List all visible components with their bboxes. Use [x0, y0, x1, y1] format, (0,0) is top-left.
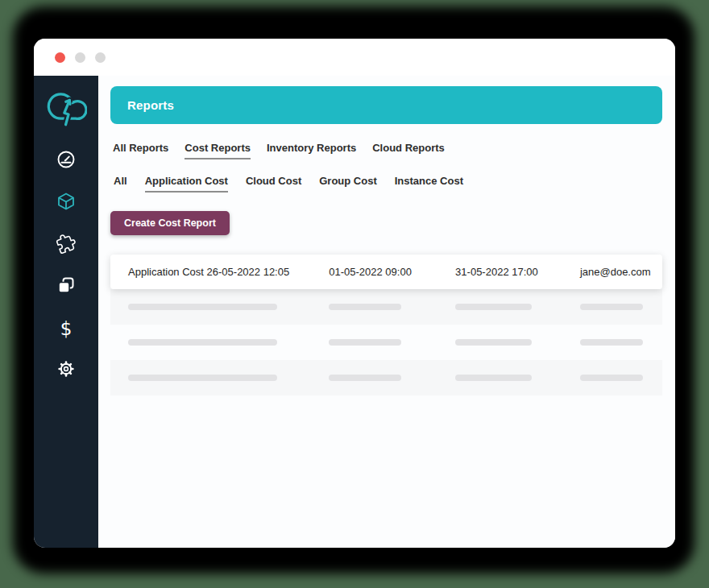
main-content: Reports All Reports Cost Reports Invento… — [98, 76, 675, 548]
skeleton-bar — [128, 304, 277, 310]
subtab-instance-cost[interactable]: Instance Cost — [395, 175, 463, 193]
cloud-lightning-logo[interactable] — [45, 85, 87, 127]
tab-cloud-reports[interactable]: Cloud Reports — [372, 142, 445, 159]
reports-table: Application Cost 26-05-2022 12:05 01-05-… — [110, 255, 662, 395]
sidebar-item-settings[interactable] — [55, 359, 77, 382]
puzzle-icon — [56, 233, 77, 257]
skeleton-bar — [455, 304, 532, 310]
dashboard-gauge-icon — [56, 149, 77, 173]
page-title: Reports — [127, 98, 174, 112]
skeleton-bar — [580, 375, 643, 381]
subtab-all[interactable]: All — [114, 175, 127, 193]
skeleton-row — [110, 325, 662, 360]
skeleton-row — [110, 360, 662, 395]
report-row[interactable]: Application Cost 26-05-2022 12:05 01-05-… — [110, 255, 662, 289]
report-type-tabs: All Reports Cost Reports Inventory Repor… — [110, 142, 662, 159]
skeleton-bar — [128, 375, 277, 381]
sidebar-item-billing[interactable]: $ — [55, 317, 77, 340]
cube-icon — [56, 191, 77, 215]
report-end-cell: 31-05-2022 17:00 — [455, 266, 580, 278]
sidebar-nav: $ — [55, 150, 77, 382]
skeleton-bar — [580, 339, 643, 346]
subtab-cloud-cost[interactable]: Cloud Cost — [246, 175, 301, 193]
skeleton-row — [110, 289, 662, 325]
sidebar-item-reports[interactable] — [55, 275, 77, 298]
sidebar-item-dashboard[interactable] — [55, 150, 77, 172]
minimize-window-icon[interactable] — [75, 52, 85, 63]
skeleton-bar — [580, 304, 643, 310]
skeleton-bar — [455, 375, 532, 381]
sidebar-item-integrations[interactable] — [55, 234, 77, 256]
gear-icon — [56, 358, 77, 383]
page-header: Reports — [110, 86, 662, 124]
skeleton-bar — [455, 339, 532, 346]
window-titlebar — [34, 39, 675, 76]
copy-icon — [56, 275, 77, 299]
skeleton-bar — [329, 304, 401, 310]
tab-inventory-reports[interactable]: Inventory Reports — [267, 142, 356, 159]
sidebar-item-resources[interactable] — [55, 192, 77, 214]
subtab-group-cost[interactable]: Group Cost — [319, 175, 377, 193]
skeleton-bar — [329, 339, 401, 346]
sidebar: $ — [34, 76, 98, 548]
maximize-window-icon[interactable] — [95, 52, 106, 63]
app-window: $ — [34, 39, 675, 548]
report-owner-cell: jane@doe.com — [580, 266, 662, 278]
close-window-icon[interactable] — [55, 52, 65, 63]
report-start-cell: 01-05-2022 09:00 — [329, 266, 455, 278]
tab-all-reports[interactable]: All Reports — [113, 142, 168, 159]
subtab-application-cost[interactable]: Application Cost — [145, 175, 228, 193]
skeleton-bar — [329, 375, 401, 381]
cost-report-subtabs: All Application Cost Cloud Cost Group Co… — [110, 175, 662, 193]
skeleton-bar — [128, 339, 277, 346]
report-name-cell: Application Cost 26-05-2022 12:05 — [110, 266, 329, 278]
tab-cost-reports[interactable]: Cost Reports — [185, 142, 251, 159]
dollar-icon: $ — [60, 320, 73, 338]
create-cost-report-button[interactable]: Create Cost Report — [110, 211, 230, 235]
